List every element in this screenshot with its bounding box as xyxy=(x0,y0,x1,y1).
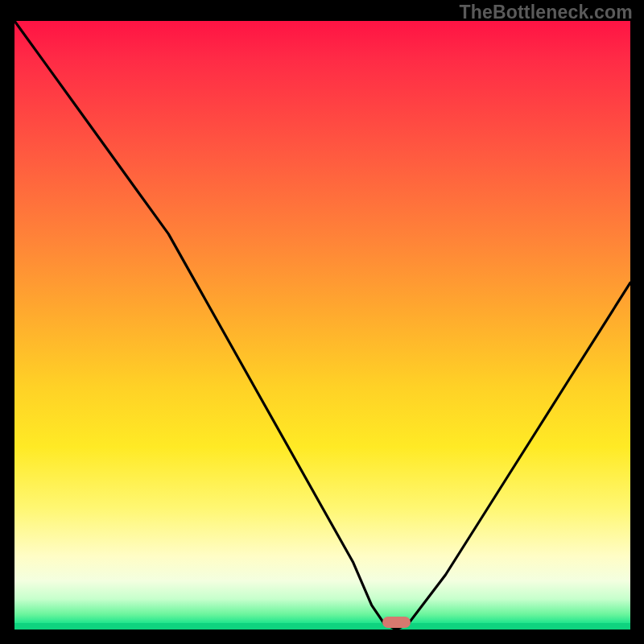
plot-area xyxy=(14,21,630,630)
chart-frame: TheBottleneck.com xyxy=(0,0,644,644)
watermark-text: TheBottleneck.com xyxy=(459,2,633,23)
optimal-marker xyxy=(382,617,410,628)
bottleneck-curve xyxy=(14,21,630,630)
